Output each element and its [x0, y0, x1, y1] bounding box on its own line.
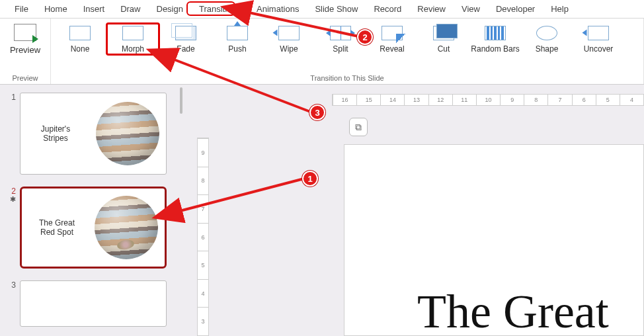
transition-cut[interactable]: Cut	[418, 22, 469, 54]
ribbon-tab-strip: File Home Insert Draw Design Transitions…	[0, 0, 644, 19]
transition-shape[interactable]: Shape	[521, 22, 573, 54]
ruler-v-tick: 7	[198, 194, 208, 223]
slide-editor-area: 16 15 14 13 12 11 10 9 8 7 6 5 4 9 8 7 6…	[186, 85, 644, 336]
transition-wipe-icon	[278, 26, 300, 40]
transition-split-icon	[330, 26, 351, 40]
ribbon-group-label-transitions: Transition to This Slide	[54, 73, 640, 84]
ribbon-group-label-preview: Preview	[3, 73, 47, 84]
tab-slideshow[interactable]: Slide Show	[307, 1, 366, 17]
tab-insert[interactable]: Insert	[75, 1, 113, 17]
ribbon-group-preview: Preview Preview	[0, 19, 51, 84]
ruler-v-tick: 6	[198, 223, 208, 251]
thumb-1-planet-image	[96, 102, 159, 165]
transition-shape-label: Shape	[536, 44, 559, 54]
tab-design[interactable]: Design	[149, 1, 191, 17]
transition-uncover-icon	[588, 26, 609, 40]
tab-transitions[interactable]: Transitions	[191, 1, 249, 17]
transition-reveal-icon	[382, 26, 403, 40]
transition-gallery: None Morph Fade Push Wipe Split	[54, 19, 640, 73]
ruler-h-tick: 14	[380, 95, 404, 105]
transition-morph[interactable]: Morph	[106, 22, 160, 56]
thumb-2-planet-image	[95, 196, 158, 259]
transition-uncover-label: Uncover	[584, 44, 614, 54]
ruler-h-tick: 15	[356, 95, 380, 105]
ruler-h-tick: 4	[620, 95, 643, 105]
ruler-h-tick: 9	[500, 95, 524, 105]
ruler-h-tick: 6	[572, 95, 596, 105]
slide-thumbnail-1[interactable]: Jupiter's Stripes	[20, 93, 167, 175]
tab-developer[interactable]: Developer	[488, 1, 543, 17]
tab-view[interactable]: View	[454, 1, 488, 17]
ruler-h-tick: 7	[547, 95, 571, 105]
thumb-number-3: 3	[4, 278, 16, 290]
ruler-h-tick: 11	[452, 95, 476, 105]
tab-review[interactable]: Review	[409, 1, 454, 17]
ribbon-group-transitions: None Morph Fade Push Wipe Split	[51, 19, 644, 84]
transition-push[interactable]: Push	[212, 22, 263, 54]
transition-cut-icon	[433, 26, 454, 40]
transition-cut-label: Cut	[438, 44, 450, 54]
transition-random-bars-icon	[485, 26, 506, 40]
transition-split-label: Split	[333, 44, 348, 54]
transition-none-icon	[69, 26, 91, 40]
preview-slide-icon	[14, 24, 36, 41]
tab-home[interactable]: Home	[36, 1, 75, 17]
tab-file[interactable]: File	[7, 1, 36, 17]
thumb-2-title: The Great Red Spot	[22, 218, 88, 237]
tab-animations[interactable]: Animations	[249, 1, 307, 17]
tab-draw[interactable]: Draw	[112, 1, 148, 17]
tab-record[interactable]: Record	[366, 1, 409, 17]
transition-morph-icon	[122, 26, 143, 40]
transition-uncover[interactable]: Uncover	[573, 22, 624, 54]
workspace: 1 Jupiter's Stripes 2 ✱ The Great Red Sp…	[0, 85, 644, 336]
transition-morph-label: Morph	[122, 44, 144, 54]
thumbnail-scrollbar[interactable]	[177, 85, 186, 336]
slide-canvas[interactable]: The Great	[344, 144, 644, 336]
ribbon: Preview Preview None Morph Fade Push	[0, 19, 644, 85]
ruler-h-tick: 8	[524, 95, 547, 105]
transition-fade-icon	[175, 26, 196, 40]
transition-fade-label: Fade	[177, 44, 194, 54]
horizontal-ruler: 16 15 14 13 12 11 10 9 8 7 6 5 4	[332, 94, 644, 106]
transition-random-bars-label: Random Bars	[471, 44, 519, 54]
vertical-ruler: 9 8 7 6 5 4 3	[197, 138, 209, 336]
transition-none[interactable]: None	[54, 22, 106, 54]
transition-none-label: None	[71, 44, 90, 54]
play-icon	[32, 35, 38, 43]
transition-reveal-label: Reveal	[380, 44, 404, 54]
ruler-v-tick: 3	[198, 307, 208, 335]
thumb-number-1: 1	[4, 90, 16, 102]
ruler-h-tick: 10	[476, 95, 500, 105]
transition-random-bars[interactable]: Random Bars	[469, 22, 521, 54]
transition-wipe-label: Wipe	[280, 44, 298, 54]
transition-push-icon	[227, 26, 248, 40]
transition-wipe[interactable]: Wipe	[263, 22, 315, 54]
transition-reveal[interactable]: Reveal	[366, 22, 418, 54]
ruler-v-tick: 5	[198, 251, 208, 279]
preview-label: Preview	[10, 45, 40, 55]
slide-thumbnail-panel: 1 Jupiter's Stripes 2 ✱ The Great Red Sp…	[0, 85, 177, 336]
transition-fade[interactable]: Fade	[160, 22, 212, 54]
thumb-number-2: 2	[4, 184, 16, 196]
ruler-v-tick: 9	[198, 138, 208, 167]
transition-split[interactable]: Split	[315, 22, 366, 54]
transition-shape-icon	[536, 26, 557, 40]
slide-thumbnail-3[interactable]	[20, 280, 167, 327]
slide-title-text[interactable]: The Great	[417, 284, 609, 336]
ruler-v-tick: 4	[198, 279, 208, 308]
ruler-v-tick: 8	[198, 167, 208, 195]
ruler-h-tick: 5	[596, 95, 620, 105]
transition-push-label: Push	[228, 44, 246, 54]
thumb-1-title: Jupiter's Stripes	[20, 124, 87, 143]
preview-button[interactable]: Preview	[3, 19, 47, 55]
slide-thumbnail-2[interactable]: The Great Red Spot	[20, 187, 167, 269]
ruler-h-tick: 12	[428, 95, 452, 105]
thumb-2-transition-marker-icon: ✱	[10, 196, 16, 203]
designer-suggestions-button[interactable]: ⧉	[349, 118, 368, 136]
ruler-h-tick: 13	[404, 95, 428, 105]
ruler-h-tick: 16	[333, 95, 356, 105]
tab-help[interactable]: Help	[543, 1, 577, 17]
scrollbar-thumb[interactable]	[180, 87, 182, 114]
